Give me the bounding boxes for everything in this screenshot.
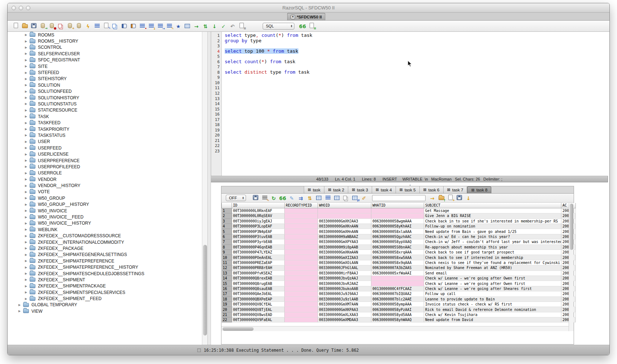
- row-limit-select[interactable]: OFF ▲▼: [226, 195, 246, 201]
- table-cell[interactable]: [285, 302, 318, 307]
- tree-item-userlicense[interactable]: ▶USERLICENSE: [9, 151, 202, 157]
- table-cell[interactable]: 0033000000GmXPYAA3: [318, 239, 371, 244]
- tree-item-vote[interactable]: ▶VOTE: [9, 189, 202, 195]
- sql-editor[interactable]: 1234567891011121314151617181920212223 se…: [211, 32, 608, 176]
- new-file-icon[interactable]: [12, 22, 20, 29]
- table-cell[interactable]: Get Massage: [424, 208, 561, 213]
- refresh-objects-icon[interactable]: [111, 23, 119, 30]
- disclosure-triangle-icon[interactable]: ▶: [25, 96, 30, 99]
- view-glasses-icon[interactable]: 66: [279, 194, 287, 202]
- disclosure-triangle-icon[interactable]: ▶: [25, 83, 30, 87]
- table-cell[interactable]: Nominated by Shane Freeman at ANZ (HR50): [424, 265, 561, 270]
- table-cell[interactable]: Check back in to see if she's interested…: [424, 218, 561, 224]
- disclosure-triangle-icon[interactable]: ▶: [25, 209, 30, 212]
- table-cell[interactable]: 006300000058yhWAAQ: [371, 317, 424, 322]
- tree-item-scontrol[interactable]: ▶SCONTROL: [9, 44, 202, 51]
- code-line[interactable]: [225, 122, 608, 127]
- column-tree-icon[interactable]: ⇉: [297, 194, 305, 202]
- tree-item-solutionfeed[interactable]: ▶SOLUTIONFEED: [9, 88, 202, 95]
- table-cell[interactable]: Send email: [424, 270, 561, 276]
- disclosure-triangle-icon[interactable]: ▶: [18, 309, 23, 313]
- column-header-id[interactable]: ID: [232, 203, 285, 208]
- table-cell[interactable]: 0033000000GmXKnAAN: [318, 224, 371, 229]
- table-cell[interactable]: 006300000058yKhAAI: [371, 224, 424, 229]
- disclosure-triangle-icon[interactable]: ▶: [25, 146, 30, 150]
- table-cell[interactable]: 00T3000000PRR8rEAH: [232, 265, 285, 270]
- table-cell[interactable]: Check back to see if interested in membe…: [424, 255, 561, 260]
- tree-item-zkfedex__customaddresssource[interactable]: ▶ZKFEDEX__CUSTOMADDRESSSOURCE: [9, 233, 202, 239]
- table-cell[interactable]: 0033000000Ju9zlAAB: [318, 296, 371, 302]
- table-cell[interactable]: [285, 312, 318, 317]
- code-line[interactable]: [225, 138, 608, 143]
- table-cell[interactable]: 00T3000000POeAnEAL: [232, 255, 285, 260]
- table-cell[interactable]: [285, 286, 318, 291]
- tree-item-vendor__history[interactable]: ▶VENDOR__HISTORY: [9, 182, 202, 188]
- table-cell[interactable]: 006300000058ympAAA: [371, 302, 424, 307]
- tree-item-solution[interactable]: ▶SOLUTION: [9, 82, 202, 88]
- code-line[interactable]: [225, 80, 608, 86]
- sql-history-icon[interactable]: ≡: [308, 22, 316, 29]
- disclosure-triangle-icon[interactable]: ▶: [25, 240, 30, 244]
- table-cell[interactable]: 00T3000000QV8CfEAL: [232, 302, 285, 307]
- table-cell[interactable]: 0033000000GmXIZAA3: [318, 255, 371, 260]
- table-cell[interactable]: 0033000000Ju9J9AAJ: [318, 291, 371, 296]
- table-cell[interactable]: 00T3000000P47LYEAZ: [232, 250, 285, 255]
- table-cell[interactable]: 0033000000H9aNBAAZ: [318, 234, 371, 239]
- row-number[interactable]: 8: [222, 244, 232, 250]
- panel-splitter[interactable]: [207, 32, 211, 345]
- tree-item-zkfedex__shipmatepreference__history[interactable]: ▶ZKFEDEX__SHIPMATEPREFERENCE__HISTORY: [9, 264, 202, 270]
- table-cell[interactable]: 0033000000JbukoAAB: [318, 286, 371, 291]
- table-cell[interactable]: Need update from Bain - gave go ahead 1/…: [424, 229, 561, 234]
- row-number[interactable]: 6: [222, 234, 232, 239]
- save-icon[interactable]: [30, 22, 38, 29]
- disclosure-triangle-icon[interactable]: ▶: [25, 109, 30, 112]
- table-vertical-scrollbar[interactable]: [569, 203, 574, 331]
- disclosure-triangle-icon[interactable]: ▶: [25, 285, 30, 288]
- table-cell[interactable]: [285, 234, 318, 239]
- disclosure-triangle-icon[interactable]: ▶: [25, 203, 30, 206]
- table-cell[interactable]: 00T3000000QBXPeEAP: [232, 296, 285, 302]
- title-bar[interactable]: RazorSQL - SFDCW50 II: [8, 3, 609, 13]
- row-number[interactable]: 17: [222, 291, 232, 296]
- tree-item-userrole[interactable]: ▶USERROLE: [9, 170, 202, 176]
- disclosure-triangle-icon[interactable]: ▶: [25, 33, 30, 36]
- code-line[interactable]: [225, 91, 608, 96]
- table-cell[interactable]: 006300000058xw5AAA: [371, 255, 424, 260]
- table-cell[interactable]: 00T3000000QAeJbEAL: [232, 291, 285, 296]
- code-line[interactable]: [225, 101, 608, 107]
- table-cell[interactable]: [285, 260, 318, 265]
- database-icon[interactable]: [75, 22, 83, 29]
- disclosure-triangle-icon[interactable]: ▶: [25, 102, 30, 105]
- table-cell[interactable]: Give Jenn a BIG RAISE: [424, 213, 561, 218]
- row-number[interactable]: 18: [222, 296, 232, 302]
- tab-close-icon[interactable]: ✕: [291, 15, 295, 19]
- table-cell[interactable]: [285, 317, 318, 322]
- result-tab-task[interactable]: ⊠task: [304, 186, 324, 193]
- table-cell[interactable]: 006300000058wgmAAA: [371, 218, 424, 224]
- query-builder-book-icon[interactable]: [120, 22, 128, 30]
- document-tab[interactable]: ✕ *SFDCW50 II: [287, 13, 325, 20]
- row-number[interactable]: 7: [222, 239, 232, 244]
- disclosure-triangle-icon[interactable]: ▶: [18, 303, 23, 307]
- save-results-icon[interactable]: [252, 194, 260, 201]
- tree-item-global temporary[interactable]: ▶GLOBAL TEMPORARY: [9, 302, 202, 308]
- tree-item-taskfeed[interactable]: ▶TASKFEED: [9, 120, 202, 126]
- code-line[interactable]: select distinct type from task: [225, 70, 608, 75]
- row-number[interactable]: 3: [222, 218, 232, 224]
- sort-columns-icon[interactable]: ⇅: [306, 194, 314, 202]
- tab-close-icon[interactable]: ⊠: [471, 188, 474, 192]
- code-line[interactable]: [225, 127, 608, 133]
- table-cell[interactable]: 0033000000GmXLXAA3: [318, 312, 371, 317]
- sort-list-icon[interactable]: ↓: [147, 22, 155, 30]
- result-tab-task-3[interactable]: ⊠task 3: [348, 186, 372, 193]
- code-line[interactable]: [225, 133, 608, 138]
- tree-item-taskstatus[interactable]: ▶TASKSTATUS: [9, 132, 202, 138]
- tree-item-task[interactable]: ▶TASK: [9, 113, 202, 120]
- code-line[interactable]: select count(*) from task: [225, 59, 608, 65]
- table-cell[interactable]: 00T3000000PfvKSEAZ: [232, 270, 285, 276]
- table-cell[interactable]: [285, 255, 318, 260]
- row-number[interactable]: 22: [222, 317, 232, 322]
- table-cell[interactable]: Re-approach about membership this year: [424, 244, 561, 250]
- table-cell[interactable]: Follow-up on nomination: [424, 224, 561, 229]
- search-next-icon[interactable]: →: [428, 195, 436, 202]
